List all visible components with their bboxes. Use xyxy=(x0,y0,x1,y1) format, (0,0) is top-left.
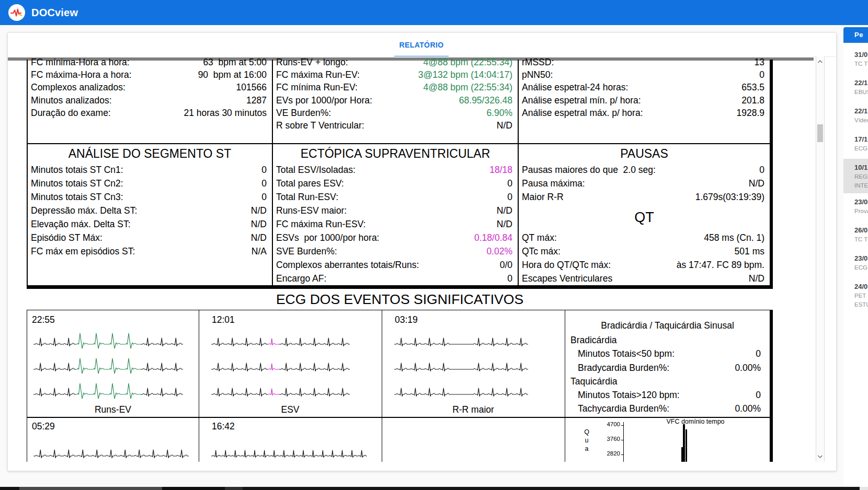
report-row: rMSSD:13 xyxy=(519,56,770,68)
scrollbar-up-button[interactable] xyxy=(816,57,824,66)
report-row: Tachycardia Burden%:0.00% xyxy=(570,402,764,415)
vfc-ytick: 3760 xyxy=(596,436,620,442)
vfc-tickmark xyxy=(621,440,623,440)
tab-relatorio[interactable]: RELATÓRIO xyxy=(399,32,443,56)
summary-col-1: FC mínima-Hora a hora:63 bpm at 5:00FC m… xyxy=(28,56,272,143)
report-viewport[interactable]: FC mínima-Hora a hora:63 bpm at 5:00FC m… xyxy=(8,56,814,462)
events-left-border xyxy=(27,310,27,462)
report-row: Minutos Totais>120 bpm:0 xyxy=(570,388,764,402)
report-row: Elevação máx. Delta ST:N/D xyxy=(28,217,272,231)
report-row: Total Run-ESV:0 xyxy=(273,190,518,204)
vfc-y-axis xyxy=(623,422,624,462)
vfc-tickmark xyxy=(621,454,623,455)
events-heading: ECG DOS EVENTOS SIGNIFICATIVOS xyxy=(27,291,773,308)
report-row: FC máxima-Hora a hora:90 bpm at 16:00 xyxy=(28,68,272,81)
sidebar-item-date: 17/1 xyxy=(854,135,868,143)
app-logo-icon xyxy=(8,4,25,21)
ecg-strip-runs-ev[interactable] xyxy=(31,330,193,354)
sidebar-item-date: 22/1 xyxy=(854,79,868,87)
report-row: FC máxima Run-EV:3@132 bpm (14:04:17) xyxy=(273,68,518,81)
sidebar-item-date: 22/1 xyxy=(854,107,868,115)
sidebar-item[interactable]: 10/1REGISINTER xyxy=(843,159,868,193)
sidebar-item-desc: ECG s xyxy=(854,145,868,152)
vfc-y-axis-label: Qua xyxy=(583,428,590,453)
report-row: Taquicárdia xyxy=(570,375,764,388)
events-divider-2 xyxy=(382,310,382,462)
sidebar-item[interactable]: 23/0ECG s xyxy=(843,250,868,278)
report-row: Depressão máx. Delta ST:N/D xyxy=(28,204,272,217)
summary-col-2: Runs-EV + longo:4@88 bpm (22:55:34)FC má… xyxy=(273,56,518,143)
sidebar-item-desc: EBUS xyxy=(854,89,868,96)
ecg-strip-rr[interactable] xyxy=(392,330,554,354)
vfc-histogram-bar xyxy=(683,424,685,462)
sidebar-item-desc: INTER xyxy=(854,182,868,189)
report-row: Pausa máxima:N/D xyxy=(519,177,770,190)
report-row: Análise espetral mín. p/ hora:201.8 xyxy=(519,94,770,107)
event-time: 05:29 xyxy=(32,421,55,432)
vfc-chart-title: VFC domínio tempo xyxy=(617,418,774,425)
ecg-strip-rr[interactable] xyxy=(392,355,554,379)
sidebar-item[interactable]: 22/1Vídeo xyxy=(843,102,868,131)
vfc-ytick: 4700 xyxy=(596,421,620,427)
ecg-strip-esv[interactable] xyxy=(209,355,371,379)
report-row: FC mínima-Hora a hora:63 bpm at 5:00 xyxy=(28,56,272,68)
taskbar[interactable] xyxy=(0,487,868,490)
ecg-strip-rr[interactable] xyxy=(392,380,554,404)
brady-tachy-panel: BradicárdiaMinutos Totais<50 bpm:0Bradyc… xyxy=(570,333,764,416)
event-caption: Runs-EV xyxy=(27,403,199,416)
event-time: 12:01 xyxy=(212,314,235,325)
ecg-strip-normal[interactable] xyxy=(31,442,193,462)
ecg-strip-runs-ev[interactable] xyxy=(31,380,193,404)
report-row: Bradicárdia xyxy=(570,333,764,347)
events-divider-1 xyxy=(199,310,199,462)
sidebar-item[interactable]: 23/08Prova xyxy=(843,193,868,221)
report-row: VE Burden%:6.90% xyxy=(273,107,518,119)
report-row: Episódio ST Máx:N/D xyxy=(28,231,272,244)
sidebar-item-date: 23/08 xyxy=(854,198,868,206)
events-right-border xyxy=(770,310,773,462)
sidebar-item[interactable]: 22/1EBUS xyxy=(843,74,868,102)
events-divider-3 xyxy=(565,310,565,462)
sidebar-item[interactable]: 17/1ECG s xyxy=(843,131,868,159)
section-pausas: PAUSAS Pausas maiores do que 2.0 seg:0Pa… xyxy=(519,144,770,285)
sidebar-item-desc: ESTU xyxy=(854,301,868,308)
ecg-strip-esv[interactable] xyxy=(209,330,371,354)
event-time: 22:55 xyxy=(32,314,55,325)
ecg-strip-runs-ev[interactable] xyxy=(31,355,193,379)
report-row: Runs-EV + longo:4@88 bpm (22:55:34) xyxy=(273,56,518,68)
sidebar-item-desc: ECG s xyxy=(854,264,868,271)
sidebar-item-desc: TC TO xyxy=(854,236,868,243)
report-row: Pausas maiores do que 2.0 seg:0 xyxy=(519,163,770,177)
section-qt-title: QT xyxy=(519,204,770,231)
scrollbar-thumb[interactable] xyxy=(817,124,823,142)
sidebar-item[interactable]: 26/0TC TO xyxy=(843,221,868,250)
report-row: Runs-ESV maior:N/D xyxy=(273,204,518,217)
report-row: Minutos totais ST Cn3:0 xyxy=(28,190,272,204)
scrollbar-down-button[interactable] xyxy=(816,452,824,461)
section-sve-title: ECTÓPICA SUPRAVENTRICULAR xyxy=(273,144,518,163)
table1-bottom-border xyxy=(27,285,773,289)
sidebar-item[interactable]: 24/0PET -ESTU xyxy=(843,278,868,314)
event-caption: ESV xyxy=(199,403,381,416)
exam-list: 31/0TC TO22/1EBUS22/1Vídeo17/1ECG s10/1R… xyxy=(843,46,868,314)
sidebar-item-desc: Prova xyxy=(854,208,868,215)
report-row: QTc máx:501 ms xyxy=(519,244,770,258)
section-st: ANÁLISE DO SEGMENTO ST Minutos totais ST… xyxy=(28,144,272,258)
report-row: Complexos aberrantes totais/Runs:0/0 xyxy=(273,258,518,272)
report-row: Complexos analizados:101566 xyxy=(28,81,272,94)
report-scrollbar[interactable] xyxy=(816,56,825,462)
ecg-strip-esv[interactable] xyxy=(209,380,371,404)
sidebar-item-date: 31/0 xyxy=(854,51,868,59)
vfc-ytick: 2820 xyxy=(596,450,620,457)
sidebar-item-desc: Vídeo xyxy=(854,117,868,124)
exam-list-header[interactable]: Pe xyxy=(843,27,868,43)
report-row: Total pares ESV:0 xyxy=(273,177,518,190)
event-caption: R-R maior xyxy=(382,403,564,416)
sidebar-item[interactable]: 31/0TC TO xyxy=(843,46,868,74)
report-row: Hora do QT/QTc máx:às 17:47. FC 89 bpm. xyxy=(519,258,770,272)
report-row: ESVs por 1000/por hora:0.18/0.84 xyxy=(273,231,518,244)
taskbar-segment xyxy=(0,487,19,490)
vfc-histogram-bar xyxy=(681,447,683,462)
report-row: Escapes VentricularesN/D xyxy=(519,272,770,285)
ecg-strip-tachy[interactable] xyxy=(209,442,371,462)
